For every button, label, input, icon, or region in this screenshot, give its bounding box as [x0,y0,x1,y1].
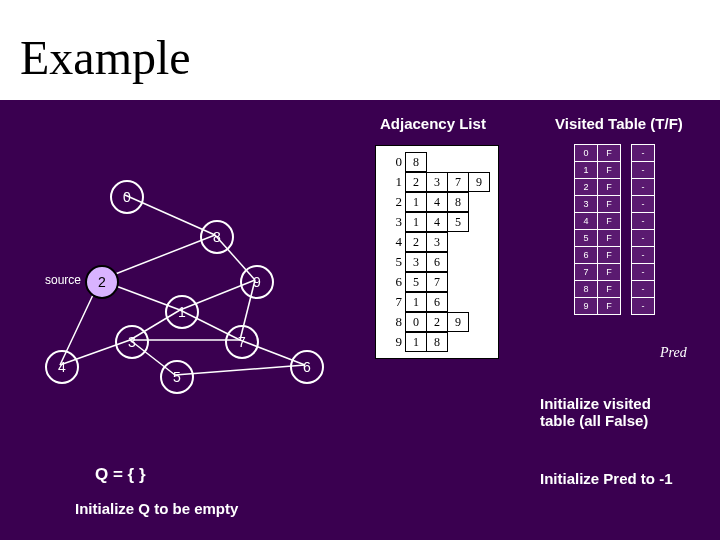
vt-row-6: 6F- [575,247,655,264]
adj-cell: 1 [405,292,427,312]
pred-label: Pred [660,345,687,361]
slide: Graph / Slide 38 Example Adjacency List … [0,0,720,540]
vt-pred: - [631,161,655,179]
vt-row-5: 5F- [575,230,655,247]
vt-visited: F [597,246,621,264]
adj-cell: 3 [426,172,448,192]
adj-cell: 1 [405,332,427,352]
vt-row-7: 7F- [575,264,655,281]
adj-row-1: 12379 [384,172,490,192]
svg-line-13 [175,365,305,375]
vt-index: 7 [574,263,598,281]
adj-cell: 2 [405,232,427,252]
note-init-visited: Initialize visited table (all False) [540,395,651,429]
vt-pred: - [631,263,655,281]
adjacency-list: 0812379214831454235366577168029918 [375,145,499,359]
vt-row-3: 3F- [575,196,655,213]
node-1: 1 [165,295,199,329]
svg-line-1 [100,235,215,280]
source-label: source [45,273,81,287]
node-2: 2 [85,265,119,299]
vt-index: 1 [574,161,598,179]
vt-pred: - [631,280,655,298]
vt-pred: - [631,212,655,230]
queue-value: { } [128,465,146,484]
adj-index: 8 [384,314,406,330]
visited-table-label: Visited Table (T/F) [555,115,683,132]
vt-row-9: 9F- [575,298,655,315]
vt-row-2: 2F- [575,179,655,196]
vt-visited: F [597,195,621,213]
note-init-queue: Initialize Q to be empty [75,500,238,517]
node-4: 4 [45,350,79,384]
adj-row-2: 2148 [384,192,490,212]
adj-row-3: 3145 [384,212,490,232]
vt-pred: - [631,144,655,162]
adj-row-0: 08 [384,152,490,172]
vt-index: 0 [574,144,598,162]
adj-cell: 5 [405,272,427,292]
adj-index: 0 [384,154,406,170]
adj-row-9: 918 [384,332,490,352]
adj-row-8: 8029 [384,312,490,332]
vt-visited: F [597,297,621,315]
adj-cell: 8 [447,192,469,212]
vt-row-1: 1F- [575,162,655,179]
adj-cell: 5 [447,212,469,232]
node-5: 5 [160,360,194,394]
adj-cell: 2 [405,172,427,192]
adj-row-7: 716 [384,292,490,312]
adj-cell: 3 [405,252,427,272]
vt-pred: - [631,246,655,264]
adj-row-5: 536 [384,252,490,272]
node-9: 9 [240,265,274,299]
adjacency-list-label: Adjacency List [380,115,486,132]
node-8: 8 [200,220,234,254]
vt-visited: F [597,212,621,230]
vt-visited: F [597,161,621,179]
adj-cell: 0 [405,312,427,332]
vt-index: 9 [574,297,598,315]
vt-pred: - [631,178,655,196]
vt-visited: F [597,263,621,281]
node-0: 0 [110,180,144,214]
adj-cell: 9 [468,172,490,192]
adj-cell: 6 [426,292,448,312]
adj-cell: 7 [426,272,448,292]
vt-visited: F [597,144,621,162]
adj-row-6: 657 [384,272,490,292]
vt-visited: F [597,229,621,247]
adj-cell: 7 [447,172,469,192]
adj-index: 4 [384,234,406,250]
vt-index: 6 [574,246,598,264]
adj-cell: 9 [447,312,469,332]
queue-label: Q = { } [95,465,146,485]
vt-index: 4 [574,212,598,230]
adj-cell: 1 [405,192,427,212]
vt-row-8: 8F- [575,281,655,298]
node-7: 7 [225,325,259,359]
vt-visited: F [597,178,621,196]
queue-q: Q = [95,465,123,484]
adj-cell: 1 [405,212,427,232]
adj-cell: 2 [426,312,448,332]
vt-row-0: 0F- [575,145,655,162]
vt-pred: - [631,229,655,247]
adj-index: 7 [384,294,406,310]
slide-title: Example [20,30,191,85]
vt-row-4: 4F- [575,213,655,230]
adj-row-4: 423 [384,232,490,252]
vt-index: 3 [574,195,598,213]
adj-cell: 4 [426,212,448,232]
visited-table: 0F-1F-2F-3F-4F-5F-6F-7F-8F-9F- [575,145,655,315]
vt-index: 5 [574,229,598,247]
node-6: 6 [290,350,324,384]
adj-index: 2 [384,194,406,210]
vt-visited: F [597,280,621,298]
adj-cell: 3 [426,232,448,252]
adj-index: 1 [384,174,406,190]
adj-cell: 6 [426,252,448,272]
vt-index: 2 [574,178,598,196]
adj-index: 6 [384,274,406,290]
adj-cell: 8 [405,152,427,172]
